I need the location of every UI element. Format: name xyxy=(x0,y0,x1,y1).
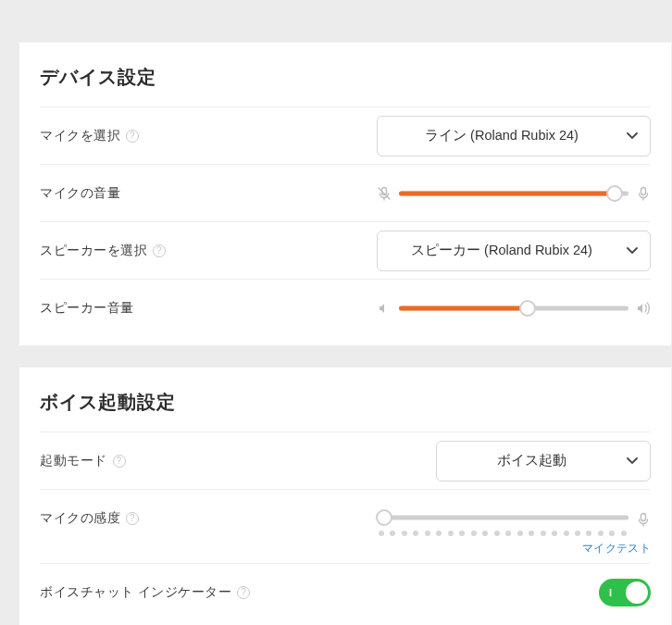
speaker-select-label: スピーカーを選択 xyxy=(40,243,147,259)
meter-dot xyxy=(494,531,500,536)
device-settings-card: デバイス設定 マイクを選択 ? ライン (Roland Rubix 24) マイ… xyxy=(19,42,672,346)
mic-sensitivity-box: マイクテスト xyxy=(377,508,651,556)
sensitivity-meter xyxy=(377,531,628,536)
meter-dot xyxy=(609,531,615,536)
meter-dot xyxy=(529,531,534,536)
meter-dot xyxy=(505,531,511,536)
meter-dot xyxy=(471,531,477,536)
voice-indicator-control: I xyxy=(599,579,651,606)
help-icon[interactable]: ? xyxy=(126,130,139,143)
volume-high-icon xyxy=(636,301,651,316)
slider-thumb[interactable] xyxy=(606,185,623,202)
meter-dot xyxy=(552,531,557,536)
meter-dot xyxy=(482,531,488,536)
mic-icon xyxy=(636,186,651,201)
meter-dot xyxy=(459,531,465,536)
mic-volume-label: マイクの音量 xyxy=(40,185,120,202)
help-icon[interactable]: ? xyxy=(113,455,126,468)
meter-dot xyxy=(586,531,591,536)
slider-fill xyxy=(399,191,615,195)
volume-low-icon xyxy=(377,301,392,316)
speaker-volume-slider[interactable] xyxy=(399,299,628,318)
mic-volume-control xyxy=(377,184,651,203)
meter-dot xyxy=(402,531,407,536)
svg-rect-2 xyxy=(641,514,646,521)
meter-dot xyxy=(621,531,627,536)
mic-select[interactable]: ライン (Roland Rubix 24) xyxy=(377,116,651,156)
meter-dot xyxy=(575,531,580,536)
activation-mode-select[interactable]: ボイス起動 xyxy=(436,441,651,481)
speaker-select-wrap: スピーカー (Roland Rubix 24) xyxy=(377,231,651,271)
mic-sensitivity-label: マイクの感度 xyxy=(40,510,120,527)
mic-select-wrap: ライン (Roland Rubix 24) xyxy=(377,116,651,156)
speaker-volume-label: スピーカー音量 xyxy=(40,300,134,317)
toggle-on-label: I xyxy=(609,587,612,598)
mic-sensitivity-control: マイクテスト xyxy=(377,508,651,556)
meter-dot xyxy=(436,531,442,536)
mic-sensitivity-slider[interactable] xyxy=(377,508,628,527)
mic-test-link[interactable]: マイクテスト xyxy=(377,542,651,556)
help-icon[interactable]: ? xyxy=(153,244,166,257)
meter-dot xyxy=(379,531,384,536)
meter-dot xyxy=(390,531,395,536)
meter-dot xyxy=(425,531,430,536)
meter-dot xyxy=(598,531,604,536)
speaker-select[interactable]: スピーカー (Roland Rubix 24) xyxy=(377,231,651,271)
activation-mode-wrap: ボイス起動 xyxy=(436,441,651,481)
voice-indicator-row: ボイスチャット インジケーター ? I xyxy=(40,563,651,620)
meter-dot xyxy=(517,531,523,536)
help-icon[interactable]: ? xyxy=(126,512,139,525)
meter-dot xyxy=(413,531,418,536)
toggle-knob xyxy=(626,581,648,604)
mic-volume-slider[interactable] xyxy=(399,184,628,203)
voice-settings-title: ボイス起動設定 xyxy=(40,368,651,431)
voice-indicator-toggle[interactable]: I xyxy=(599,579,651,606)
meter-dot xyxy=(541,531,546,536)
slider-thumb[interactable] xyxy=(376,509,392,526)
voice-indicator-label-wrap: ボイスチャット インジケーター ? xyxy=(40,584,250,601)
help-icon[interactable]: ? xyxy=(237,586,250,599)
speaker-volume-control xyxy=(377,299,651,318)
voice-indicator-label: ボイスチャット インジケーター xyxy=(40,584,231,601)
slider-fill xyxy=(399,306,528,310)
mic-select-label: マイクを選択 xyxy=(40,128,120,144)
slider-track xyxy=(377,516,628,520)
svg-rect-1 xyxy=(641,187,646,194)
mic-select-row: マイクを選択 ? ライン (Roland Rubix 24) xyxy=(40,106,651,164)
voice-settings-card: ボイス起動設定 起動モード ? ボイス起動 マイクの感度 ? xyxy=(19,367,672,625)
meter-dot xyxy=(564,531,569,536)
mic-muted-icon xyxy=(377,186,392,201)
mic-icon xyxy=(636,512,651,527)
activation-mode-row: 起動モード ? ボイス起動 xyxy=(40,431,651,489)
slider-thumb[interactable] xyxy=(519,300,536,317)
mic-sensitivity-row: マイクの感度 ? xyxy=(40,489,651,563)
speaker-select-row: スピーカーを選択 ? スピーカー (Roland Rubix 24) xyxy=(40,221,651,279)
activation-mode-label: 起動モード xyxy=(40,453,107,469)
device-settings-title: デバイス設定 xyxy=(40,43,651,106)
speaker-select-label-wrap: スピーカーを選択 ? xyxy=(40,243,166,259)
mic-volume-row: マイクの音量 xyxy=(40,164,651,221)
mic-sensitivity-label-wrap: マイクの感度 ? xyxy=(40,510,139,527)
speaker-volume-row: スピーカー音量 xyxy=(40,279,651,336)
mic-select-label-wrap: マイクを選択 ? xyxy=(40,128,139,144)
activation-mode-label-wrap: 起動モード ? xyxy=(40,453,126,469)
meter-dot xyxy=(448,531,454,536)
